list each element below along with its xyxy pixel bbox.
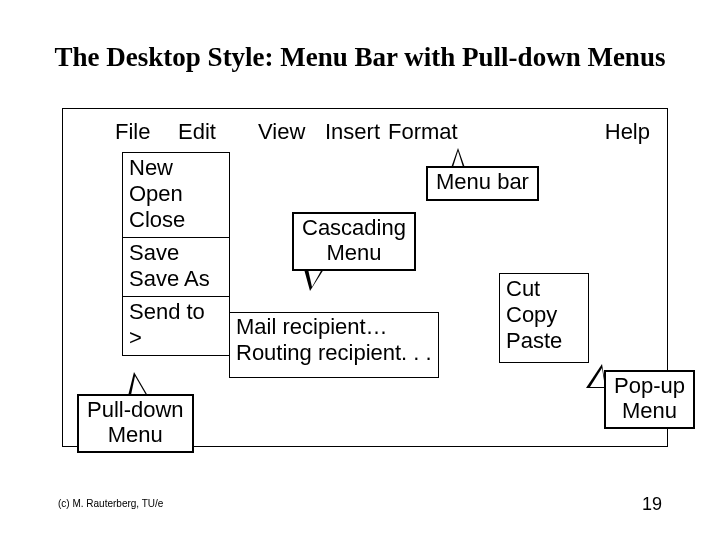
menu-edit[interactable]: Edit: [178, 119, 258, 145]
callout-cascading-menu: Cascading Menu: [292, 212, 416, 271]
callout-tail: [451, 148, 465, 168]
context-popup-menu: Cut Copy Paste: [499, 273, 589, 363]
callout-tail: [586, 364, 606, 388]
menu-bar: File Edit View Insert Format Help: [115, 118, 650, 146]
menu-insert[interactable]: Insert: [325, 119, 388, 145]
menu-item-mail-recipient[interactable]: Mail recipient…: [236, 314, 432, 340]
send-to-cascade-menu: Mail recipient… Routing recipient. . .: [229, 312, 439, 378]
callout-pulldown-menu: Pull-down Menu: [77, 394, 194, 453]
menu-item-save[interactable]: Save: [129, 240, 223, 266]
callout-tail: [304, 269, 324, 291]
menu-help[interactable]: Help: [605, 119, 650, 145]
callout-menu-bar: Menu bar: [426, 166, 539, 201]
menu-item-copy[interactable]: Copy: [506, 302, 582, 328]
callout-popup-menu: Pop-up Menu: [604, 370, 695, 429]
footer-copyright: (c) M. Rauterberg, TU/e: [58, 498, 163, 509]
callout-tail: [128, 372, 148, 396]
menu-file[interactable]: File: [115, 119, 178, 145]
file-pulldown-menu: New Open Close Save Save As Send to >: [122, 152, 230, 356]
menu-view[interactable]: View: [258, 119, 325, 145]
menu-item-close[interactable]: Close: [129, 207, 223, 233]
footer-page-number: 19: [642, 494, 662, 515]
menu-item-cut[interactable]: Cut: [506, 276, 582, 302]
slide-title: The Desktop Style: Menu Bar with Pull-do…: [0, 42, 720, 73]
menu-item-paste[interactable]: Paste: [506, 328, 582, 354]
menu-item-new[interactable]: New: [129, 155, 223, 181]
menu-format[interactable]: Format: [388, 119, 456, 145]
menu-item-routing-recipient[interactable]: Routing recipient. . .: [236, 340, 432, 366]
menu-item-save-as[interactable]: Save As: [129, 266, 223, 292]
menu-item-send-to[interactable]: Send to >: [129, 299, 223, 351]
menu-item-open[interactable]: Open: [129, 181, 223, 207]
